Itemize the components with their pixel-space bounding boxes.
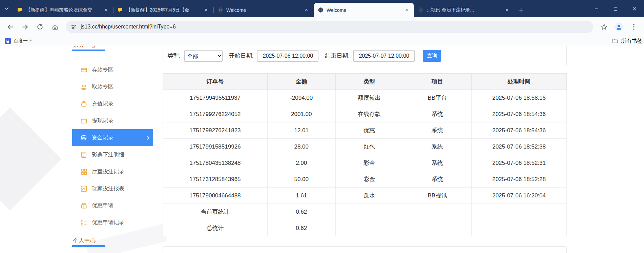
bookmark-label: 百度一下 — [14, 38, 33, 44]
type-select[interactable]: 全部 — [184, 50, 223, 62]
three-dots-icon — [633, 24, 635, 30]
filter-panel: 类型: 全部 开始日期: 结束日期: 查询 — [163, 46, 567, 66]
table-header-row: 订单号金额类型项目处理时间 — [163, 74, 567, 90]
sidebar-item[interactable]: 厅室投注记录 — [72, 163, 153, 180]
sidebar-item[interactable]: 优惠申请记录 — [72, 214, 153, 231]
close-button[interactable] — [625, 0, 644, 17]
end-date-input[interactable] — [353, 50, 415, 62]
chevron-down-icon — [4, 7, 9, 10]
sidebar: 财务中心 存款专区取款专区充值记录提现记录资金记录彩票下注明细厅室投注记录玩家投… — [72, 46, 153, 247]
sidebar-item[interactable]: 充值记录 — [72, 95, 153, 112]
table-cell: 1751799276224052 — [163, 106, 268, 122]
wallet-icon — [81, 118, 87, 124]
table-cell: 优惠 — [335, 122, 403, 139]
url-text: js13.cc/hhcp/usercenter.html?iniType=6 — [81, 24, 176, 30]
tab-title: 【新提醒】2025年7月5日【金 — [126, 7, 200, 13]
table-row: 17517900046644881.61反水BB视讯2025-07-06 16:… — [163, 188, 567, 204]
table-row: 1751799495511937-2094.00额度转出BB平台2025-07-… — [163, 90, 567, 106]
tab-close-icon[interactable]: × — [403, 7, 410, 13]
tab-close-icon[interactable]: × — [203, 7, 209, 13]
bookmarks-bar: 百度一下 所有书签 — [0, 36, 644, 46]
browser-tab[interactable]: :::视讯 会员下注纪录:::× — [414, 3, 514, 17]
tab-close-icon[interactable]: × — [103, 7, 109, 13]
sidebar-item-label: 优惠申请 — [92, 202, 113, 209]
browser-menu-button[interactable] — [627, 20, 641, 34]
back-button[interactable] — [3, 20, 17, 34]
browser-tab[interactable]: Welcome× — [314, 3, 414, 17]
table-cell: 1751799276241823 — [163, 122, 268, 139]
sidebar-item[interactable]: 彩票下注明细 — [72, 146, 153, 163]
table-cell: 1751731285843965 — [163, 171, 268, 188]
table-cell: 1751799158519926 — [163, 139, 268, 155]
url-bar[interactable]: js13.cc/hhcp/usercenter.html?iniType=6 — [66, 21, 593, 33]
card-icon — [81, 67, 87, 73]
table-cell: 系统 — [403, 106, 472, 122]
doc-icon — [81, 152, 87, 158]
profile-avatar[interactable] — [612, 20, 626, 34]
browser-window: 【新提醒】海燕策略论坛综合交×【新提醒】2025年7月5日【金×Welcome×… — [0, 0, 644, 253]
tab-close-icon[interactable]: × — [303, 7, 310, 13]
table-cell: 系统 — [403, 139, 472, 155]
home-icon — [51, 23, 59, 31]
arrow-right-icon — [22, 23, 29, 31]
tab-title: Welcome — [226, 7, 300, 13]
sidebar-item-label: 玩家投注报表 — [92, 185, 124, 192]
sidebar-item-label: 取款专区 — [92, 83, 113, 91]
table-cell: BB视讯 — [403, 188, 472, 204]
home-button[interactable] — [48, 20, 62, 34]
all-bookmarks[interactable]: 所有书签 — [606, 38, 643, 45]
type-label: 类型: — [167, 50, 181, 62]
table-cell: 1.61 — [267, 188, 335, 204]
bag-icon — [81, 101, 87, 107]
sidebar-menu: 存款专区取款专区充值记录提现记录资金记录彩票下注明细厅室投注记录玩家投注报表优惠… — [72, 61, 153, 231]
new-tab-button[interactable]: + — [514, 3, 528, 17]
sidebar-item-label: 存款专区 — [92, 66, 113, 74]
grid-icon — [81, 169, 87, 175]
browser-tab[interactable]: Welcome× — [213, 3, 314, 17]
section-underline — [72, 50, 105, 51]
minimize-button[interactable] — [587, 0, 606, 17]
message-favicon — [17, 7, 23, 13]
maximize-button[interactable] — [606, 0, 625, 17]
report-icon — [81, 186, 87, 192]
tab-search-button[interactable] — [0, 0, 13, 17]
browser-tab[interactable]: 【新提醒】海燕策略论坛综合交× — [13, 3, 113, 17]
tab-title: Welcome — [327, 7, 400, 13]
bookmark-baidu[interactable]: 百度一下 — [5, 38, 33, 44]
table-cell: -2094.00 — [267, 90, 335, 106]
browser-tab[interactable]: 【新提醒】2025年7月5日【金× — [113, 3, 213, 17]
table-cell: 额度转出 — [335, 90, 403, 106]
star-icon — [601, 23, 608, 31]
forward-button[interactable] — [18, 20, 32, 34]
start-date-input[interactable] — [257, 50, 318, 62]
sidebar-item-label: 提现记录 — [92, 117, 113, 124]
tab-title: 【新提醒】海燕策略论坛综合交 — [26, 7, 100, 13]
start-date-label: 开始日期: — [229, 50, 254, 62]
sidebar-item[interactable]: 提现记录 — [72, 112, 153, 129]
gift-icon — [81, 202, 87, 209]
query-button[interactable]: 查询 — [423, 50, 441, 62]
table-cell: 在线存款 — [335, 106, 403, 122]
refresh-icon — [37, 23, 43, 30]
pagination-panel — [163, 246, 567, 253]
tab-close-icon[interactable]: × — [504, 7, 510, 13]
column-header: 金额 — [267, 74, 335, 90]
table-cell: BB平台 — [403, 90, 472, 106]
sidebar-item[interactable]: 优惠申请 — [72, 197, 153, 214]
table-cell: 28.00 — [267, 139, 335, 155]
sidebar-section-finance: 财务中心 — [72, 46, 153, 48]
page-content: 财务中心 存款专区取款专区充值记录提现记录资金记录彩票下注明细厅室投注记录玩家投… — [0, 46, 644, 253]
table-cell: 0.62 — [267, 220, 335, 236]
table-cell: 2.00 — [267, 155, 335, 171]
list-icon — [81, 219, 87, 226]
table-body: 1751799495511937-2094.00额度转出BB平台2025-07-… — [163, 90, 567, 236]
sidebar-item-label: 资金记录 — [92, 134, 113, 141]
sidebar-item[interactable]: 资金记录 — [72, 129, 153, 146]
bookmark-star-button[interactable] — [597, 20, 611, 34]
sidebar-item[interactable]: 玩家投注报表 — [72, 180, 153, 197]
table-cell — [335, 220, 403, 236]
sidebar-item[interactable]: 取款专区 — [72, 78, 153, 95]
sidebar-item[interactable]: 存款专区 — [72, 61, 153, 78]
column-header: 类型 — [335, 74, 403, 90]
refresh-button[interactable] — [33, 20, 47, 34]
